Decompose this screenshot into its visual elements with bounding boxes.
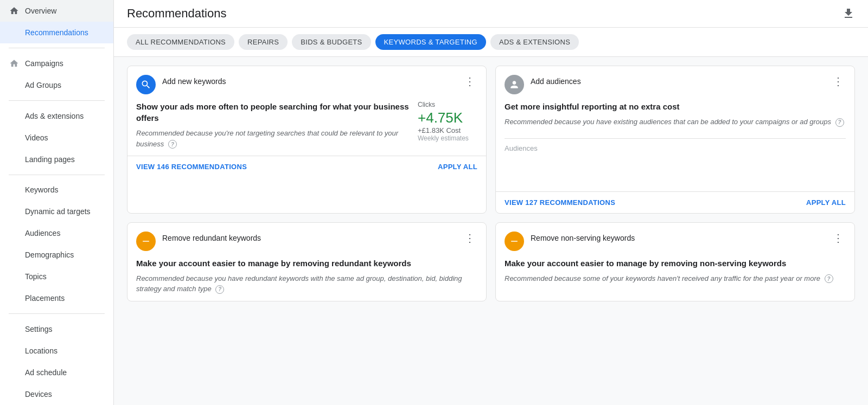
sidebar-item-settings[interactable]: Settings — [0, 318, 113, 340]
sidebar: Overview Recommendations Campaigns Ad Gr… — [0, 0, 114, 405]
header-right — [842, 7, 855, 20]
card-title-add-audiences: Add audiences — [531, 77, 581, 86]
card-footer-add-keywords: VIEW 146 RECOMMENDATIONS APPLY ALL — [127, 156, 486, 177]
sidebar-item-topics[interactable]: Topics — [0, 266, 113, 287]
card-desc-remove-redundant: Recommended because you have redundant k… — [136, 273, 477, 294]
info-icon-add-keywords[interactable]: ? — [168, 140, 177, 149]
more-button-remove-non-serving[interactable]: ⋮ — [831, 232, 846, 245]
home-icon — [9, 5, 20, 16]
filter-bar: ALL RECOMMENDATIONS REPAIRS BIDS & BUDGE… — [114, 28, 868, 57]
top-header: Recommendations — [114, 0, 868, 28]
sidebar-item-recommendations[interactable]: Recommendations — [0, 22, 113, 43]
filter-all-recommendations[interactable]: ALL RECOMMENDATIONS — [127, 34, 234, 50]
minus-icon-circle-non-serving — [505, 232, 524, 251]
card-desc-remove-non-serving: Recommended because some of your keyword… — [505, 273, 846, 284]
info-icon-remove-non-serving[interactable]: ? — [825, 274, 833, 283]
audiences-area — [505, 152, 846, 185]
apply-all-link-add-audiences[interactable]: APPLY ALL — [806, 198, 846, 207]
card-title-remove-redundant: Remove redundant keywords — [162, 234, 261, 242]
view-recommendations-link-add-audiences[interactable]: VIEW 127 RECOMMENDATIONS — [505, 198, 615, 207]
apply-all-link-add-keywords[interactable]: APPLY ALL — [438, 163, 477, 171]
card-remove-redundant-keywords: Remove redundant keywords ⋮ Make your ac… — [127, 222, 487, 301]
sidebar-item-ad-schedule[interactable]: Ad schedule — [0, 362, 113, 383]
filter-repairs[interactable]: REPAIRS — [239, 34, 288, 50]
divider-3 — [9, 175, 105, 175]
main-content: Recommendations ALL RECOMMENDATIONS REPA… — [114, 0, 868, 405]
sidebar-item-devices[interactable]: Devices — [0, 383, 113, 405]
more-button-add-keywords[interactable]: ⋮ — [462, 75, 477, 88]
metric-cost: +£1.83K Cost — [418, 126, 477, 134]
card-footer-add-audiences: VIEW 127 RECOMMENDATIONS APPLY ALL — [496, 192, 854, 213]
card-add-new-keywords: Add new keywords ⋮ Show your ads more of… — [127, 66, 487, 214]
card-title-remove-non-serving: Remove non-serving keywords — [531, 234, 635, 242]
metric-note: Weekly estimates — [418, 134, 477, 142]
card-title-add-keywords: Add new keywords — [162, 77, 226, 86]
audiences-section-label: Audiences — [505, 139, 846, 152]
card-desc-add-audiences: Recommended because you have existing au… — [505, 117, 846, 127]
card-headline-remove-redundant: Make your account easier to manage by re… — [136, 258, 477, 269]
divider-4 — [9, 313, 105, 314]
content-area: Add new keywords ⋮ Show your ads more of… — [114, 57, 868, 405]
sidebar-item-audiences[interactable]: Audiences — [0, 222, 113, 244]
divider-1 — [9, 48, 105, 48]
card-header-add-audiences: Add audiences ⋮ — [496, 66, 854, 101]
card-desc-add-keywords: Recommended because you're not targeting… — [136, 128, 409, 149]
card-header-add-keywords: Add new keywords ⋮ — [127, 66, 486, 101]
sidebar-item-landing-pages[interactable]: Landing pages — [0, 149, 113, 170]
filter-ads-extensions[interactable]: ADS & EXTENSIONS — [490, 34, 579, 50]
page-title: Recommendations — [127, 7, 226, 21]
more-button-add-audiences[interactable]: ⋮ — [831, 75, 846, 88]
sidebar-item-ad-groups[interactable]: Ad Groups — [0, 74, 113, 96]
card-headline-add-audiences: Get more insightful reporting at no extr… — [505, 101, 846, 112]
minus-icon-circle-redundant — [136, 232, 156, 251]
cards-grid: Add new keywords ⋮ Show your ads more of… — [127, 66, 855, 301]
info-icon-remove-redundant[interactable]: ? — [215, 285, 224, 294]
sidebar-item-videos[interactable]: Videos — [0, 127, 113, 149]
sidebar-item-keywords[interactable]: Keywords — [0, 179, 113, 201]
recommendations-icon — [9, 27, 20, 38]
card-headline-remove-non-serving: Make your account easier to manage by re… — [505, 258, 846, 269]
sidebar-item-demographics[interactable]: Demographics — [0, 244, 113, 266]
sidebar-item-ads-extensions[interactable]: Ads & extensions — [0, 105, 113, 127]
card-add-audiences: Add audiences ⋮ Get more insightful repo… — [495, 66, 855, 214]
card-header-remove-redundant: Remove redundant keywords ⋮ — [127, 223, 486, 258]
metric-value: +4.75K — [418, 110, 477, 126]
card-header-remove-non-serving: Remove non-serving keywords ⋮ — [496, 223, 854, 258]
sidebar-item-dynamic-ad-targets[interactable]: Dynamic ad targets — [0, 201, 113, 222]
filter-keywords-targeting[interactable]: KEYWORDS & TARGETING — [375, 34, 486, 50]
campaigns-home-icon — [9, 58, 20, 69]
filter-bids-budgets[interactable]: BIDS & BUDGETS — [292, 34, 371, 50]
person-icon-circle — [505, 75, 524, 94]
search-icon-circle — [136, 75, 156, 94]
view-recommendations-link-add-keywords[interactable]: VIEW 146 RECOMMENDATIONS — [136, 163, 247, 171]
card-remove-non-serving-keywords: Remove non-serving keywords ⋮ Make your … — [495, 222, 855, 301]
divider-2 — [9, 100, 105, 101]
sidebar-item-placements[interactable]: Placements — [0, 287, 113, 309]
download-icon[interactable] — [842, 7, 855, 20]
sidebar-item-campaigns[interactable]: Campaigns — [0, 53, 113, 74]
card-headline-add-keywords: Show your ads more often to people searc… — [136, 101, 409, 124]
metrics-label: Clicks — [418, 101, 477, 108]
more-button-remove-redundant[interactable]: ⋮ — [462, 232, 477, 245]
sidebar-item-overview[interactable]: Overview — [0, 0, 113, 22]
info-icon-add-audiences[interactable]: ? — [835, 118, 844, 127]
sidebar-item-locations[interactable]: Locations — [0, 340, 113, 362]
